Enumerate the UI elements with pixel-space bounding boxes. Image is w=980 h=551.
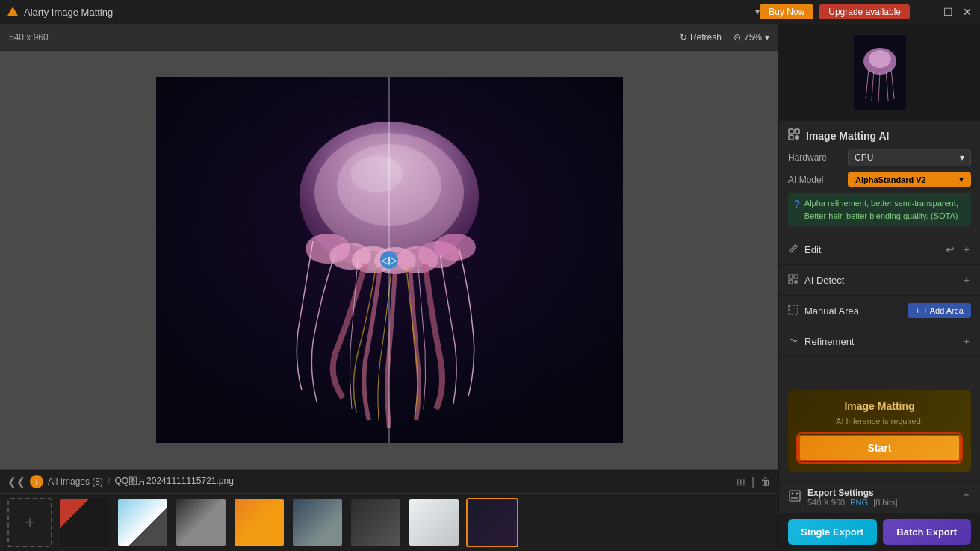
hardware-dropdown[interactable]: CPU ▾ <box>848 149 971 166</box>
main-layout: 540 x 960 ↻ Refresh ⊙ 75% ▾ <box>0 24 980 551</box>
ai-detect-add-button[interactable]: + <box>962 273 971 287</box>
manual-area-label: Manual Area <box>804 305 908 317</box>
export-settings-title: Export Settings <box>807 488 962 498</box>
thumb-bg-4 <box>235 499 284 546</box>
filmstrip-divider: | <box>751 476 754 488</box>
svg-point-12 <box>350 155 403 193</box>
export-settings-collapse-button[interactable]: ⌃ <box>962 491 971 503</box>
thumb-bg-3 <box>176 499 226 546</box>
filmstrip-grid-icon[interactable]: ⊞ <box>736 476 745 488</box>
matting-ai-header: Image Matting AI <box>788 128 971 143</box>
all-images-label: All Images (8) <box>48 476 103 487</box>
preview-jellyfish <box>854 35 906 110</box>
thumb-bg-1 <box>60 499 109 546</box>
hardware-value: CPU <box>855 152 873 163</box>
batch-export-button[interactable]: Batch Export <box>883 519 972 545</box>
maximize-button[interactable]: ☐ <box>941 5 955 19</box>
svg-text:◁▷: ◁▷ <box>381 254 397 266</box>
matting-ai-section: Image Matting AI Hardware CPU ▾ AI Model… <box>779 121 980 234</box>
ai-model-info-text: Alpha refinement, better semi-transparen… <box>804 197 958 222</box>
ai-detect-label: AI Detect <box>804 275 962 286</box>
window-controls: — ☐ ✕ <box>922 5 974 19</box>
svg-line-23 <box>794 245 796 246</box>
export-bits: [8 bits] <box>873 498 897 507</box>
upgrade-button[interactable]: Upgrade available <box>819 4 910 19</box>
image-dimensions: 540 x 960 <box>9 32 49 43</box>
export-format: PNG <box>850 498 868 507</box>
edit-add-button[interactable]: + <box>962 242 971 257</box>
hardware-dropdown-arrow: ▾ <box>960 152 964 163</box>
svg-rect-21 <box>789 135 793 140</box>
export-settings-details: 540 X 960 PNG [8 bits] <box>807 498 962 507</box>
ai-model-row: AI Model AlphaStandard V2 ▾ <box>788 172 971 187</box>
refinement-actions: + <box>962 334 971 349</box>
thumbnail-5[interactable] <box>291 498 344 547</box>
thumbnail-3[interactable] <box>175 498 227 547</box>
matting-ai-title: Image Matting AI <box>806 130 971 142</box>
edit-label: Edit <box>804 244 944 255</box>
add-image-button[interactable]: + <box>7 498 52 547</box>
thumbnail-7[interactable] <box>408 498 460 547</box>
thumb-bg-5 <box>293 499 342 546</box>
hardware-label: Hardware <box>788 152 848 163</box>
preview-thumbnail-area <box>779 24 980 121</box>
canvas-area: ◁▷ <box>0 51 778 469</box>
undo-button[interactable]: ↩ <box>944 242 956 257</box>
svg-point-18 <box>869 50 891 68</box>
thumb-bg-7 <box>409 499 459 546</box>
thumbnail-8[interactable] <box>466 498 518 547</box>
matting-box-title: Image Matting <box>798 400 961 412</box>
ai-model-value: AlphaStandard V2 <box>855 175 926 184</box>
minimize-button[interactable]: — <box>922 5 935 19</box>
refresh-label: Refresh <box>690 32 722 43</box>
refinement-row: Refinement + <box>779 326 980 357</box>
refresh-icon: ↻ <box>680 32 687 43</box>
refresh-button[interactable]: ↻ Refresh <box>680 32 722 43</box>
add-area-label: + Add Area <box>923 306 964 315</box>
matting-ai-icon <box>788 128 800 143</box>
thumbnail-4[interactable] <box>233 498 285 547</box>
filmstrip-thumbnails: + <box>0 494 778 551</box>
svg-rect-28 <box>789 305 798 314</box>
refinement-label: Refinement <box>804 336 962 347</box>
svg-rect-29 <box>790 491 800 501</box>
add-area-button[interactable]: + + Add Area <box>908 303 971 318</box>
svg-rect-24 <box>789 275 793 278</box>
thumbnail-1[interactable] <box>58 498 111 547</box>
path-separator: / <box>108 476 110 487</box>
buynow-button[interactable]: Buy Now <box>760 4 813 19</box>
thumbnail-6[interactable] <box>350 498 402 547</box>
titlebar: Aiarty Image Matting ▾ Buy Now Upgrade a… <box>0 0 980 24</box>
current-filename: QQ图片20241111115721.png <box>114 475 233 488</box>
add-area-plus-icon: + <box>915 306 919 315</box>
filmstrip-collapse-button[interactable]: ❮❮ <box>7 476 25 488</box>
ai-model-label: AI Model <box>788 175 848 185</box>
ai-model-arrow-icon: ▾ <box>959 175 964 184</box>
manual-area-row: Manual Area + + Add Area <box>779 296 980 326</box>
ai-detect-actions: + <box>962 273 971 287</box>
refinement-icon <box>788 335 798 348</box>
edit-actions: ↩ + <box>944 242 971 257</box>
refinement-add-button[interactable]: + <box>962 334 971 349</box>
ai-detect-icon <box>788 274 798 287</box>
start-button[interactable]: Start <box>798 435 961 461</box>
close-button[interactable]: ✕ <box>961 5 974 19</box>
svg-rect-20 <box>795 129 799 134</box>
thumb-bg-6 <box>351 499 400 546</box>
svg-rect-26 <box>789 280 793 284</box>
matting-box-subtitle: AI Inference is required. <box>798 417 961 426</box>
zoom-arrow-icon: ▾ <box>765 32 769 43</box>
filmstrip-header: ❮❮ + All Images (8) / QQ图片20241111115721… <box>0 470 778 494</box>
hardware-row: Hardware CPU ▾ <box>788 149 971 166</box>
filmstrip-delete-icon[interactable]: 🗑 <box>760 476 771 488</box>
thumb-bg-2 <box>118 499 167 546</box>
image-matting-box: Image Matting AI Inference is required. … <box>788 390 971 472</box>
zoom-control[interactable]: ⊙ 75% ▾ <box>734 32 769 43</box>
filmstrip-add-button[interactable]: + <box>30 475 43 488</box>
single-export-button[interactable]: Single Export <box>788 519 877 545</box>
svg-point-22 <box>795 135 799 140</box>
info-icon: ? <box>794 198 800 222</box>
thumbnail-2[interactable] <box>117 498 169 547</box>
filmstrip-area: ❮❮ + All Images (8) / QQ图片20241111115721… <box>0 469 778 551</box>
ai-model-dropdown[interactable]: AlphaStandard V2 ▾ <box>848 172 971 187</box>
